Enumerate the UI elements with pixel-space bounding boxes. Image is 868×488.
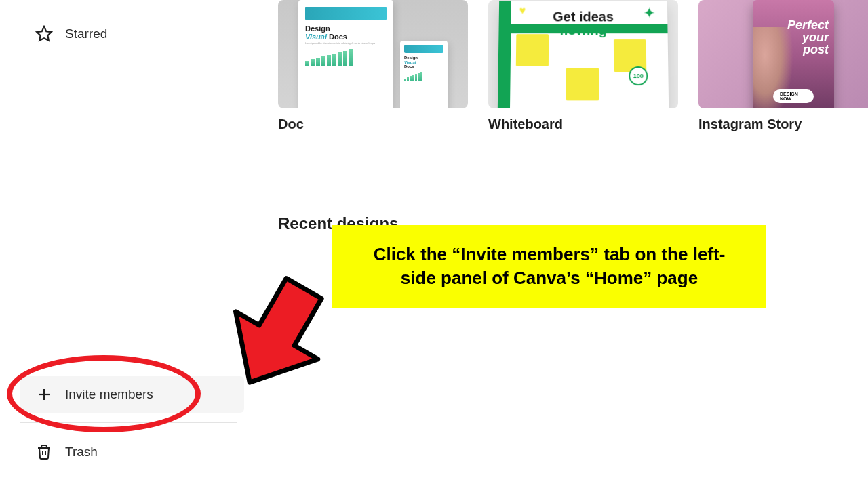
template-row: Design Visual Docs Lorem ipsum dolor sit… xyxy=(278,0,868,132)
sidebar: Starred Invite members Trash xyxy=(0,0,258,488)
doc-preview-small: Design Visual Docs xyxy=(400,41,448,108)
template-label: Instagram Story xyxy=(698,117,868,132)
svg-marker-0 xyxy=(37,26,52,41)
template-thumb: Perfectyourpost DESIGN NOW xyxy=(698,0,868,108)
sidebar-item-trash[interactable]: Trash xyxy=(0,435,258,469)
template-thumb: Design Visual Docs Lorem ipsum dolor sit… xyxy=(278,0,468,108)
template-label: Doc xyxy=(278,117,468,132)
template-card-whiteboard[interactable]: ♥ ✦ Get ideasflowing 100 Whiteboard xyxy=(488,0,678,132)
sidebar-item-label: Trash xyxy=(65,445,98,460)
sidebar-item-label: Invite members xyxy=(65,387,153,402)
star-icon xyxy=(35,25,53,43)
template-card-instagram-story[interactable]: Perfectyourpost DESIGN NOW Instagram Sto… xyxy=(698,0,868,132)
annotation-callout: Click the “Invite members” tab on the le… xyxy=(332,225,766,308)
sidebar-item-label: Starred xyxy=(65,26,107,41)
annotation-arrow xyxy=(210,263,353,405)
doc-preview-large: Design Visual Docs Lorem ipsum dolor sit… xyxy=(298,0,393,108)
trash-icon xyxy=(35,443,53,461)
plus-icon xyxy=(35,386,53,403)
template-card-doc[interactable]: Design Visual Docs Lorem ipsum dolor sit… xyxy=(278,0,468,132)
divider xyxy=(20,422,237,423)
template-thumb: ♥ ✦ Get ideasflowing 100 xyxy=(488,0,678,108)
template-label: Whiteboard xyxy=(488,117,678,132)
sidebar-item-starred[interactable]: Starred xyxy=(0,17,258,51)
